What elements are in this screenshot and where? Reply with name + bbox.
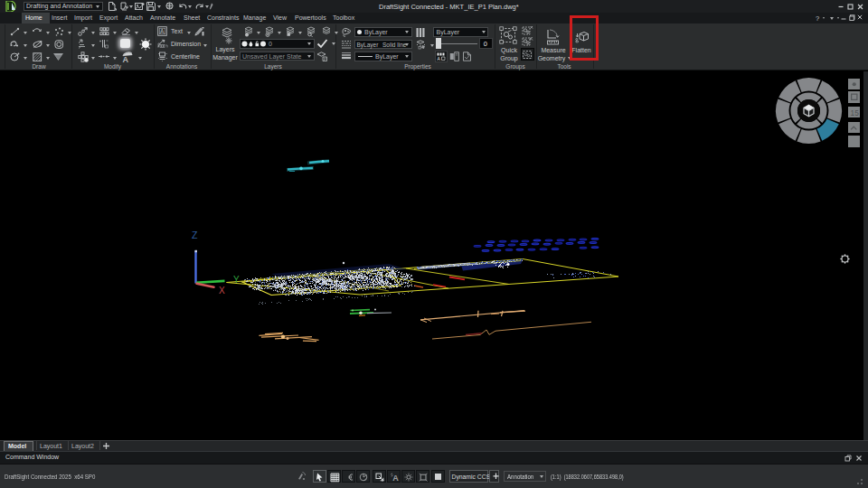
svg-text:A: A — [392, 474, 399, 482]
svg-text:15: 15 — [850, 108, 859, 117]
